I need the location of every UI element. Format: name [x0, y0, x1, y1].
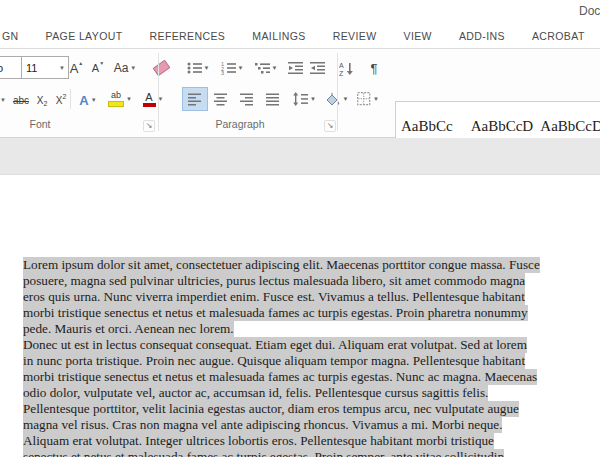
ribbon-tabs: GNPAGE LAYOUTREFERENCESMAILINGSREVIEWVIE…	[0, 24, 600, 49]
font-group-label: Font	[14, 118, 66, 130]
sort-az-icon: A Z	[339, 61, 355, 76]
title-bar: Doc	[0, 0, 600, 24]
text-line: Donec ut est in lectus consequat consequ…	[23, 337, 583, 353]
font-dialog-launcher-icon[interactable]: ↘	[143, 120, 155, 132]
highlight-ab: ab	[111, 91, 121, 100]
subscript-icon: X	[37, 95, 44, 106]
numbered-list-icon: 1 2 3	[221, 61, 236, 75]
chevron-down-icon: ▼	[272, 65, 278, 71]
align-right-button[interactable]	[234, 87, 260, 111]
chevron-down-icon: ▼	[130, 65, 136, 71]
subscript-2: 2	[43, 100, 47, 107]
multilevel-list-icon	[255, 61, 270, 75]
highlighter-icon: ab	[108, 91, 124, 107]
align-left-icon	[188, 93, 202, 106]
chevron-down-icon: ▼	[343, 96, 349, 102]
tab-view[interactable]: VIEW	[404, 30, 432, 42]
tab-page-layout[interactable]: PAGE LAYOUT	[46, 30, 123, 42]
tab-acrobat[interactable]: ACROBAT	[532, 30, 585, 42]
up-triangle-icon: ▲	[78, 60, 83, 66]
font-color-bar	[143, 103, 156, 107]
show-hide-pilcrow-button[interactable]: ¶	[363, 56, 385, 80]
selected-text[interactable]: odio dolor, vulputate vel, auctor ac, ac…	[23, 385, 488, 401]
document-background	[0, 138, 600, 175]
selected-text[interactable]: morbi tristique senectus et netus et mal…	[23, 305, 528, 321]
increase-indent-button[interactable]	[306, 56, 329, 80]
highlight-color-bar	[108, 101, 124, 107]
grow-font-button[interactable]: A ▲	[65, 56, 88, 80]
svg-text:3: 3	[221, 70, 224, 75]
shrink-font-button[interactable]: A ▼	[87, 56, 109, 80]
text-line: in nunc porta tristique. Proin nec augue…	[23, 353, 583, 369]
change-case-button[interactable]: Aa ▼	[110, 56, 140, 80]
font-color-icon: A	[143, 92, 156, 107]
tab-references[interactable]: REFERENCES	[150, 30, 226, 42]
text-highlight-button[interactable]: ab ▼	[104, 87, 136, 111]
justify-button[interactable]	[260, 87, 286, 111]
selected-text[interactable]: in nunc porta tristique. Proin nec augue…	[23, 353, 525, 369]
tab-mailings[interactable]: MAILINGS	[252, 30, 305, 42]
selected-text[interactable]: magna vel risus. Cras non magna vel ante…	[23, 417, 502, 433]
strikethrough-icon: abc	[13, 95, 29, 106]
text-line: morbi tristique senectus et netus et mal…	[23, 369, 583, 385]
text-effects-icon: A	[79, 93, 88, 108]
style-sample: AaBbCc	[401, 114, 465, 138]
bullets-button[interactable]: ▼	[182, 56, 214, 80]
multilevel-list-button[interactable]: ▼	[249, 56, 283, 80]
font-size-combo[interactable]: 11 ▼	[21, 56, 69, 79]
text-line: Pellentesque porttitor, velit lacinia eg…	[23, 401, 583, 417]
paragraph-group-label: Paragraph	[200, 118, 280, 130]
style-sample: AaBbCcD	[540, 114, 600, 138]
font-name-value: Ro	[0, 62, 3, 74]
align-center-button[interactable]	[208, 87, 234, 111]
text-line: posuere, magna sed pulvinar ultricies, p…	[23, 273, 583, 289]
selected-text[interactable]: senectus et netus et malesuada fames ac …	[23, 449, 504, 457]
selected-text[interactable]: Pellentesque porttitor, velit lacinia eg…	[23, 401, 519, 417]
selected-text[interactable]: posuere, magna sed pulvinar ultricies, p…	[23, 273, 525, 289]
tab-add-ins[interactable]: ADD-INS	[459, 30, 505, 42]
clear-formatting-button[interactable]	[148, 56, 174, 80]
shrink-font-icon: A	[92, 62, 99, 74]
shading-button[interactable]: ▼	[320, 87, 352, 111]
tab-gn[interactable]: GN	[2, 30, 19, 42]
selected-text[interactable]: morbi tristique senectus et netus et mal…	[23, 369, 537, 385]
chevron-down-icon: ▼	[238, 65, 244, 71]
change-case-icon: Aa	[114, 61, 129, 75]
tab-review[interactable]: REVIEW	[333, 30, 377, 42]
selected-text[interactable]: Lorem ipsum dolor sit amet, consectetuer…	[23, 257, 540, 273]
text-line: pede. Mauris et orci. Aenean nec lorem.	[23, 321, 583, 337]
text-line: Aliquam erat volutpat. Integer ultrices …	[23, 433, 583, 449]
borders-button[interactable]: ▼	[352, 87, 384, 111]
chevron-down-icon: ▼	[91, 97, 97, 103]
group-divider	[158, 53, 159, 131]
line-spacing-button[interactable]: ▼	[288, 87, 320, 111]
text-line: eros quis urna. Nunc viverra imperdiet e…	[23, 289, 583, 305]
paragraph-dialog-launcher-icon[interactable]: ↘	[324, 120, 336, 132]
selected-text[interactable]: eros quis urna. Nunc viverra imperdiet e…	[23, 289, 525, 305]
decrease-indent-icon	[288, 61, 304, 75]
style-sample: AaBbCcD	[471, 114, 535, 138]
text-effects-button[interactable]: A ▼	[73, 88, 103, 112]
chevron-down-icon: ▼	[0, 97, 6, 103]
text-line: odio dolor, vulputate vel, auctor ac, ac…	[23, 385, 583, 401]
document-title: Doc	[579, 4, 600, 18]
align-right-icon	[240, 93, 254, 106]
numbering-button[interactable]: 1 2 3 ▼	[215, 56, 249, 80]
text-line: senectus et netus et malesuada fames ac …	[23, 449, 583, 457]
selected-text[interactable]: pede. Mauris et orci. Aenean nec lorem.	[23, 321, 234, 337]
font-color-button[interactable]: A ▼	[137, 87, 169, 111]
selected-text[interactable]: Aliquam erat volutpat. Integer ultrices …	[23, 433, 494, 449]
superscript-button[interactable]: X 2	[50, 88, 72, 112]
superscript-2: 2	[62, 93, 66, 100]
align-left-button[interactable]	[182, 87, 208, 111]
chevron-down-icon: ▼	[310, 96, 316, 102]
underline-menu-partial[interactable]: ▼	[0, 88, 8, 112]
increase-indent-icon	[310, 61, 326, 75]
text-line: morbi tristique senectus et netus et mal…	[23, 305, 583, 321]
line-spacing-icon	[292, 92, 308, 106]
borders-icon	[357, 92, 371, 106]
bullet-list-icon	[187, 61, 202, 75]
selected-text[interactable]: Donec ut est in lectus consequat consequ…	[23, 337, 527, 353]
decrease-indent-button[interactable]	[284, 56, 307, 80]
justify-icon	[266, 93, 280, 106]
